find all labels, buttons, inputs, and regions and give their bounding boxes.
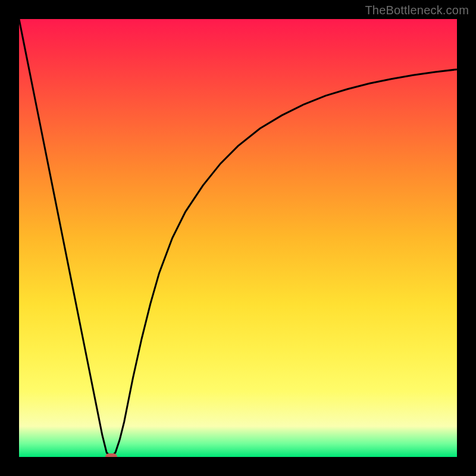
chart-plot-area xyxy=(19,19,457,457)
watermark-text: TheBottleneck.com xyxy=(365,4,469,17)
optimum-marker xyxy=(105,453,117,457)
chart-curve xyxy=(19,19,457,457)
chart-frame: TheBottleneck.com xyxy=(0,0,476,476)
